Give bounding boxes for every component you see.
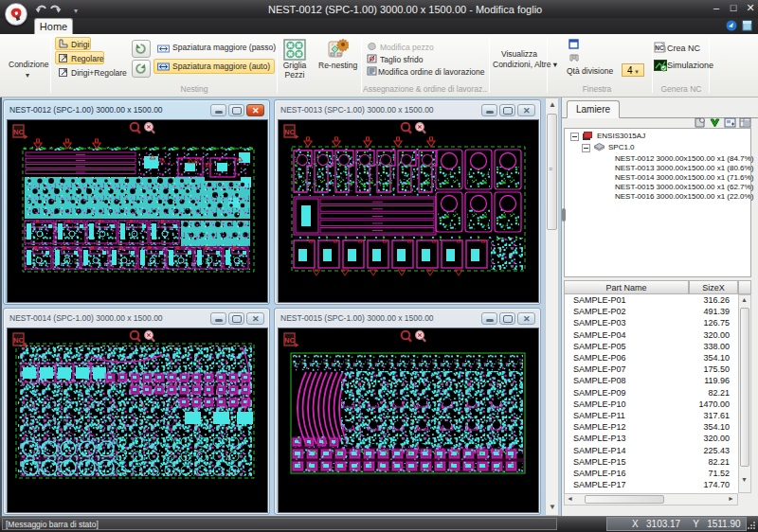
svg-text:NC: NC — [284, 336, 295, 345]
svg-text:NC: NC — [655, 44, 664, 51]
svg-text:NC: NC — [284, 128, 295, 136]
svg-text:NC: NC — [13, 128, 24, 136]
svg-text:NC: NC — [13, 336, 24, 345]
